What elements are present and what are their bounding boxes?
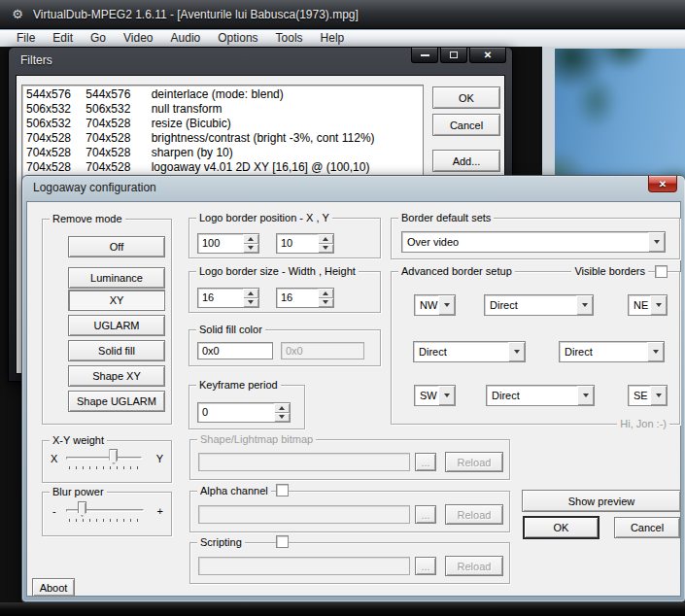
remove-mode-off-button[interactable]: Off	[68, 236, 165, 257]
top-border-combo[interactable]: Direct	[484, 294, 594, 316]
keyframe-period-group: Keyframe period 0	[188, 385, 305, 429]
chevron-down-icon[interactable]	[650, 295, 667, 315]
video-pane-frame	[542, 47, 685, 179]
spinner-arrows[interactable]	[318, 234, 333, 253]
scripting-reload-button: Reload	[445, 556, 503, 576]
xy-weight-slider-thumb[interactable]	[109, 449, 118, 464]
se-corner-value: SE	[629, 386, 650, 405]
visible-borders-label: Visible borders	[571, 264, 648, 279]
xy-weight-group: X-Y weight X Y	[42, 440, 172, 483]
filter-src: 506x532	[26, 102, 83, 117]
filter-row[interactable]: 704x528 704x528 sharpen (by 10)	[22, 146, 423, 160]
chevron-down-icon[interactable]	[650, 386, 667, 405]
filters-add-button[interactable]: Add...	[432, 150, 500, 172]
chevron-down-icon[interactable]	[576, 295, 593, 315]
menu-video[interactable]: Video	[115, 30, 161, 47]
keyframe-period-spinner[interactable]: 0	[197, 402, 291, 423]
menu-tools[interactable]: Tools	[267, 30, 312, 47]
chevron-down-icon[interactable]	[577, 386, 594, 405]
border-default-sets-group: Border default sets Over video	[391, 218, 680, 259]
ne-corner-value: NE	[629, 295, 650, 315]
show-preview-button[interactable]: Show preview	[522, 490, 681, 512]
menu-file[interactable]: File	[8, 30, 44, 47]
filter-desc: brightness/contrast (bright -3%, cont 11…	[152, 131, 375, 145]
border-default-sets-combo[interactable]: Over video	[401, 231, 666, 253]
chevron-down-icon[interactable]	[438, 295, 455, 315]
remove-mode-luminance-button[interactable]: Luminance	[68, 267, 165, 289]
bottom-border-combo[interactable]: Direct	[486, 385, 595, 406]
remove-mode-xy-button[interactable]: XY	[68, 290, 165, 311]
logoaway-ok-button[interactable]: OK	[524, 517, 599, 538]
menu-audio[interactable]: Audio	[162, 30, 210, 47]
remove-mode-shape-uglarm-button[interactable]: Shape UGLARM	[68, 391, 165, 412]
chevron-down-icon[interactable]	[438, 386, 455, 405]
blur-plus-label: +	[157, 505, 163, 517]
solid-fill-color-group: Solid fill color 0x0 0x0	[188, 329, 381, 366]
remove-mode-solid-fill-button[interactable]: Solid fill	[68, 340, 165, 361]
alpha-channel-reload-button: Reload	[445, 504, 503, 525]
filter-row[interactable]: 506x532 704x528 resize (Bicubic)	[22, 117, 423, 131]
menu-help[interactable]: Help	[312, 30, 354, 47]
filter-row[interactable]: 506x532 506x532 null transform	[22, 102, 423, 117]
alpha-channel-checkbox[interactable]	[276, 484, 289, 496]
close-icon[interactable]: ✕	[648, 176, 677, 192]
logo-border-size-group: Logo border size - Width , Height 16 16	[188, 271, 381, 313]
spinner-arrows[interactable]	[243, 234, 258, 253]
position-y-value: 10	[277, 234, 318, 253]
filter-desc: sharpen (by 10)	[152, 146, 233, 159]
screen: ⚙ VirtualDub-MPEG2 1.6.11 - [Aventurile …	[0, 0, 685, 616]
position-x-value: 100	[198, 234, 243, 253]
xy-weight-x-label: X	[51, 453, 57, 464]
close-icon[interactable]: ✕	[469, 48, 506, 63]
scripting-checkbox[interactable]	[276, 535, 289, 548]
filter-src: 704x528	[26, 160, 83, 175]
keyframe-period-value: 0	[198, 403, 274, 422]
border-default-sets-value: Over video	[402, 232, 648, 252]
nw-corner-combo[interactable]: NW	[414, 294, 456, 316]
filter-row[interactable]: 704x528 704x528 logoaway v4.01 2D XY [16…	[22, 160, 423, 175]
size-width-spinner[interactable]: 16	[197, 288, 259, 308]
menu-options[interactable]: Options	[209, 30, 266, 47]
se-corner-combo[interactable]: SE	[628, 385, 668, 406]
chevron-down-icon[interactable]	[647, 342, 664, 361]
spinner-arrows[interactable]	[243, 289, 258, 307]
left-border-value: Direct	[414, 342, 508, 361]
filters-cancel-button[interactable]: Cancel	[432, 114, 500, 136]
filters-ok-button[interactable]: OK	[432, 86, 500, 109]
left-border-combo[interactable]: Direct	[413, 341, 526, 362]
remove-mode-group: Remove mode Off Luminance XY UGLARM Soli…	[42, 219, 172, 425]
remove-mode-shape-xy-button[interactable]: Shape XY	[68, 365, 165, 387]
aboot-button[interactable]: Aboot	[32, 578, 75, 597]
position-y-spinner[interactable]: 10	[276, 233, 334, 254]
blur-power-slider-thumb[interactable]	[78, 501, 86, 517]
solid-fill-color-input[interactable]: 0x0	[197, 342, 273, 359]
blur-power-slider[interactable]	[66, 500, 144, 524]
chevron-down-icon[interactable]	[508, 342, 525, 361]
filter-row[interactable]: 704x528 704x528 brightness/contrast (bri…	[22, 131, 423, 146]
logo-border-size-label: Logo border size - Width , Height	[196, 264, 359, 279]
menu-edit[interactable]: Edit	[44, 30, 82, 47]
main-window-title: VirtualDub-MPEG2 1.6.11 - [Aventurile lu…	[33, 8, 359, 21]
xy-weight-slider[interactable]	[66, 448, 142, 471]
filter-desc: null transform	[152, 102, 223, 116]
chevron-down-icon[interactable]	[648, 232, 665, 252]
virtualdub-app-icon: ⚙	[10, 7, 25, 22]
minimize-icon[interactable]	[411, 48, 438, 63]
filter-row[interactable]: 544x576 544x576 deinterlace (mode: blend…	[22, 87, 423, 102]
remove-mode-uglarm-button[interactable]: UGLARM	[68, 315, 165, 336]
position-x-spinner[interactable]: 100	[197, 233, 259, 254]
maximize-icon[interactable]	[440, 48, 467, 63]
scripting-browse-button: ...	[415, 557, 436, 575]
filter-dst: 544x576	[86, 87, 148, 102]
size-height-spinner[interactable]: 16	[276, 288, 334, 308]
visible-borders-checkbox[interactable]	[655, 265, 668, 278]
shape-lightmap-path-field	[198, 453, 410, 471]
blur-minus-label: -	[52, 505, 56, 517]
ne-corner-combo[interactable]: NE	[628, 294, 668, 316]
spinner-arrows[interactable]	[274, 403, 290, 422]
sw-corner-combo[interactable]: SW	[414, 385, 456, 406]
logoaway-cancel-button[interactable]: Cancel	[614, 517, 680, 538]
right-border-combo[interactable]: Direct	[559, 341, 665, 362]
menu-go[interactable]: Go	[82, 30, 115, 47]
spinner-arrows[interactable]	[318, 289, 333, 307]
